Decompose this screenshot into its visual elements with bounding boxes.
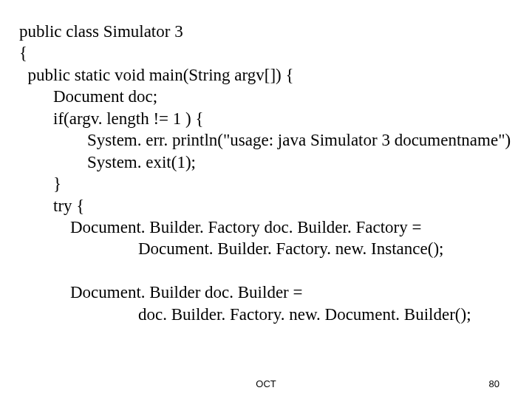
code-line: Document. Builder. Factory. new. Instanc… [19,239,443,258]
code-line: if(argv. length != 1 ) { [19,109,204,128]
code-line: doc. Builder. Factory. new. Document. Bu… [19,305,471,324]
code-line: public class Simulator 3 [19,22,183,41]
code-line: try { [19,197,84,215]
footer-center-label: OCT [256,378,276,389]
code-line: public static void main(String argv[]) { [19,66,294,84]
code-block: public class Simulator 3 { public static… [19,21,511,325]
slide: public class Simulator 3 { public static… [0,0,532,399]
code-line: Document doc; [19,87,157,106]
page-number: 80 [489,378,499,389]
code-line: } [19,174,61,193]
code-line: System. err. println("usage: java Simula… [19,131,511,149]
code-line: System. exit(1); [19,153,196,171]
code-line: { [19,44,27,62]
code-line: Document. Builder. Factory doc. Builder.… [19,218,421,236]
code-line: Document. Builder doc. Builder = [19,283,302,301]
